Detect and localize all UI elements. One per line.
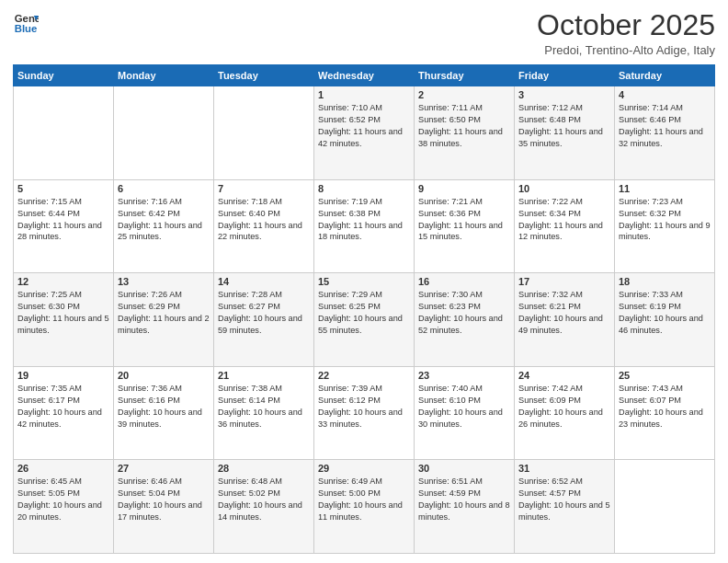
cell-info: Sunrise: 7:35 AM Sunset: 6:17 PM Dayligh… — [17, 383, 109, 431]
day-number: 28 — [218, 463, 310, 474]
cell-4-7: 25Sunrise: 7:43 AM Sunset: 6:07 PM Dayli… — [615, 366, 715, 460]
week-row-2: 5Sunrise: 7:15 AM Sunset: 6:44 PM Daylig… — [14, 179, 715, 273]
cell-2-2: 6Sunrise: 7:16 AM Sunset: 6:42 PM Daylig… — [114, 179, 214, 273]
cell-2-3: 7Sunrise: 7:18 AM Sunset: 6:40 PM Daylig… — [214, 179, 314, 273]
cell-info: Sunrise: 7:28 AM Sunset: 6:27 PM Dayligh… — [218, 289, 310, 337]
day-number: 21 — [218, 370, 310, 381]
day-number: 5 — [17, 183, 109, 194]
cell-info: Sunrise: 7:23 AM Sunset: 6:32 PM Dayligh… — [619, 196, 711, 244]
month-title: October 2025 — [537, 9, 715, 41]
cell-info: Sunrise: 7:38 AM Sunset: 6:14 PM Dayligh… — [218, 383, 310, 431]
cell-4-1: 19Sunrise: 7:35 AM Sunset: 6:17 PM Dayli… — [14, 366, 114, 460]
cell-info: Sunrise: 7:15 AM Sunset: 6:44 PM Dayligh… — [17, 196, 109, 244]
day-number: 9 — [418, 183, 510, 194]
week-row-5: 26Sunrise: 6:45 AM Sunset: 5:05 PM Dayli… — [14, 460, 715, 554]
cell-info: Sunrise: 7:25 AM Sunset: 6:30 PM Dayligh… — [17, 289, 109, 337]
cell-1-3 — [214, 86, 314, 180]
cell-1-1 — [14, 86, 114, 180]
location: Predoi, Trentino-Alto Adige, Italy — [537, 43, 715, 57]
cell-3-7: 18Sunrise: 7:33 AM Sunset: 6:19 PM Dayli… — [615, 273, 715, 367]
day-number: 4 — [619, 89, 711, 100]
cell-info: Sunrise: 6:51 AM Sunset: 4:59 PM Dayligh… — [418, 476, 510, 523]
week-row-4: 19Sunrise: 7:35 AM Sunset: 6:17 PM Dayli… — [14, 366, 715, 460]
day-number: 16 — [418, 276, 510, 287]
cell-3-1: 12Sunrise: 7:25 AM Sunset: 6:30 PM Dayli… — [14, 273, 114, 367]
col-saturday: Saturday — [615, 65, 715, 86]
cell-info: Sunrise: 6:48 AM Sunset: 5:02 PM Dayligh… — [218, 476, 310, 523]
cell-info: Sunrise: 7:43 AM Sunset: 6:07 PM Dayligh… — [619, 383, 711, 431]
cell-3-6: 17Sunrise: 7:32 AM Sunset: 6:21 PM Dayli… — [515, 273, 615, 367]
cell-5-5: 30Sunrise: 6:51 AM Sunset: 4:59 PM Dayli… — [415, 460, 515, 554]
cell-5-2: 27Sunrise: 6:46 AM Sunset: 5:04 PM Dayli… — [114, 460, 214, 554]
cell-4-3: 21Sunrise: 7:38 AM Sunset: 6:14 PM Dayli… — [214, 366, 314, 460]
cell-info: Sunrise: 7:33 AM Sunset: 6:19 PM Dayligh… — [619, 289, 711, 337]
day-number: 22 — [318, 370, 410, 381]
header: General Blue October 2025 Predoi, Trenti… — [13, 9, 715, 57]
cell-info: Sunrise: 7:14 AM Sunset: 6:46 PM Dayligh… — [619, 102, 711, 150]
col-tuesday: Tuesday — [214, 65, 314, 86]
cell-1-7: 4Sunrise: 7:14 AM Sunset: 6:46 PM Daylig… — [615, 86, 715, 180]
cell-1-6: 3Sunrise: 7:12 AM Sunset: 6:48 PM Daylig… — [515, 86, 615, 180]
cell-3-2: 13Sunrise: 7:26 AM Sunset: 6:29 PM Dayli… — [114, 273, 214, 367]
day-number: 23 — [418, 370, 510, 381]
cell-1-2 — [114, 86, 214, 180]
header-row: Sunday Monday Tuesday Wednesday Thursday… — [14, 65, 715, 86]
day-number: 24 — [518, 370, 610, 381]
cell-info: Sunrise: 7:16 AM Sunset: 6:42 PM Dayligh… — [118, 196, 210, 244]
day-number: 30 — [418, 463, 510, 474]
cell-5-3: 28Sunrise: 6:48 AM Sunset: 5:02 PM Dayli… — [214, 460, 314, 554]
title-block: October 2025 Predoi, Trentino-Alto Adige… — [537, 9, 715, 57]
day-number: 13 — [118, 276, 210, 287]
col-monday: Monday — [114, 65, 214, 86]
cell-info: Sunrise: 7:18 AM Sunset: 6:40 PM Dayligh… — [218, 196, 310, 244]
cell-info: Sunrise: 7:12 AM Sunset: 6:48 PM Dayligh… — [518, 102, 610, 150]
day-number: 7 — [218, 183, 310, 194]
cell-2-4: 8Sunrise: 7:19 AM Sunset: 6:38 PM Daylig… — [314, 179, 415, 273]
day-number: 8 — [318, 183, 410, 194]
cell-5-6: 31Sunrise: 6:52 AM Sunset: 4:57 PM Dayli… — [515, 460, 615, 554]
col-sunday: Sunday — [14, 65, 114, 86]
logo: General Blue — [13, 9, 39, 35]
col-wednesday: Wednesday — [314, 65, 415, 86]
day-number: 31 — [518, 463, 610, 474]
day-number: 3 — [518, 89, 610, 100]
cell-info: Sunrise: 7:36 AM Sunset: 6:16 PM Dayligh… — [118, 383, 210, 431]
day-number: 15 — [318, 276, 410, 287]
cell-2-6: 10Sunrise: 7:22 AM Sunset: 6:34 PM Dayli… — [515, 179, 615, 273]
cell-info: Sunrise: 7:40 AM Sunset: 6:10 PM Dayligh… — [418, 383, 510, 431]
cell-2-1: 5Sunrise: 7:15 AM Sunset: 6:44 PM Daylig… — [14, 179, 114, 273]
day-number: 25 — [619, 370, 711, 381]
day-number: 2 — [418, 89, 510, 100]
cell-5-7 — [615, 460, 715, 554]
cell-3-3: 14Sunrise: 7:28 AM Sunset: 6:27 PM Dayli… — [214, 273, 314, 367]
week-row-3: 12Sunrise: 7:25 AM Sunset: 6:30 PM Dayli… — [14, 273, 715, 367]
cell-4-5: 23Sunrise: 7:40 AM Sunset: 6:10 PM Dayli… — [415, 366, 515, 460]
cell-info: Sunrise: 6:46 AM Sunset: 5:04 PM Dayligh… — [118, 476, 210, 523]
day-number: 11 — [619, 183, 711, 194]
cell-info: Sunrise: 7:19 AM Sunset: 6:38 PM Dayligh… — [318, 196, 410, 244]
week-row-1: 1Sunrise: 7:10 AM Sunset: 6:52 PM Daylig… — [14, 86, 715, 180]
cell-info: Sunrise: 7:26 AM Sunset: 6:29 PM Dayligh… — [118, 289, 210, 337]
cell-3-4: 15Sunrise: 7:29 AM Sunset: 6:25 PM Dayli… — [314, 273, 415, 367]
day-number: 20 — [118, 370, 210, 381]
day-number: 1 — [318, 89, 410, 100]
col-friday: Friday — [515, 65, 615, 86]
cell-info: Sunrise: 7:11 AM Sunset: 6:50 PM Dayligh… — [418, 102, 510, 150]
cell-2-5: 9Sunrise: 7:21 AM Sunset: 6:36 PM Daylig… — [415, 179, 515, 273]
cell-4-2: 20Sunrise: 7:36 AM Sunset: 6:16 PM Dayli… — [114, 366, 214, 460]
day-number: 27 — [118, 463, 210, 474]
cell-info: Sunrise: 6:45 AM Sunset: 5:05 PM Dayligh… — [17, 476, 109, 523]
day-number: 18 — [619, 276, 711, 287]
cell-info: Sunrise: 7:21 AM Sunset: 6:36 PM Dayligh… — [418, 196, 510, 244]
day-number: 17 — [518, 276, 610, 287]
cell-4-6: 24Sunrise: 7:42 AM Sunset: 6:09 PM Dayli… — [515, 366, 615, 460]
day-number: 14 — [218, 276, 310, 287]
cell-5-1: 26Sunrise: 6:45 AM Sunset: 5:05 PM Dayli… — [14, 460, 114, 554]
day-number: 26 — [17, 463, 109, 474]
col-thursday: Thursday — [415, 65, 515, 86]
cell-4-4: 22Sunrise: 7:39 AM Sunset: 6:12 PM Dayli… — [314, 366, 415, 460]
day-number: 10 — [518, 183, 610, 194]
cell-3-5: 16Sunrise: 7:30 AM Sunset: 6:23 PM Dayli… — [415, 273, 515, 367]
cell-info: Sunrise: 7:29 AM Sunset: 6:25 PM Dayligh… — [318, 289, 410, 337]
cell-info: Sunrise: 7:30 AM Sunset: 6:23 PM Dayligh… — [418, 289, 510, 337]
